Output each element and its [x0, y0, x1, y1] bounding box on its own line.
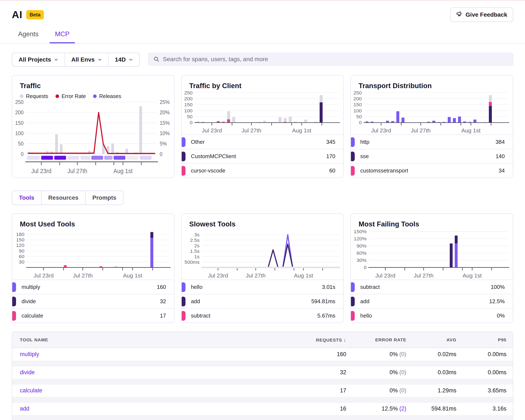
svg-text:200: 200 — [353, 96, 362, 101]
series-swatch — [181, 311, 186, 321]
legend-releases: Releases — [93, 93, 121, 99]
series-swatch — [181, 282, 186, 292]
most-failing-tools-chart: 030%60%90%120%150%Jul 23rdJul 27thAug 1s… — [351, 229, 513, 280]
series-swatch — [350, 297, 355, 306]
svg-text:200: 200 — [184, 96, 193, 101]
svg-text:2s: 2s — [194, 243, 199, 248]
p95-cell: 3.16s — [463, 402, 513, 420]
traffic-by-client-chart: 050100150200250Jul 23rdJul 27thAug 1st — [182, 91, 344, 135]
card-title: Traffic by Client — [182, 75, 344, 91]
svg-text:Jul 27th: Jul 27th — [414, 273, 434, 279]
list-item[interactable]: multiply160 — [12, 280, 174, 294]
svg-text:3s: 3s — [194, 232, 199, 237]
table-row: calculate 17 0% (0) 1.29ms 3.65ms — [12, 384, 513, 402]
list-item[interactable]: http384 — [351, 135, 513, 149]
tab-resources[interactable]: Resources — [42, 191, 86, 204]
col-tool-name[interactable]: TOOL NAME — [12, 332, 272, 348]
scope-filter-group: All Projects All Envs 14D — [12, 53, 140, 67]
tool-link-calculate[interactable]: calculate — [20, 387, 42, 394]
search-icon — [153, 56, 159, 62]
envs-filter[interactable]: All Envs — [65, 53, 108, 66]
col-requests[interactable]: REQUESTS ↓ — [272, 332, 353, 348]
svg-text:50: 50 — [356, 114, 362, 119]
search-input[interactable] — [163, 56, 508, 63]
list-item[interactable]: cursor-vscode60 — [182, 163, 344, 178]
client-legend-list: Other345 CustomMCPClient170 cursor-vscod… — [182, 135, 344, 178]
avg-cell: 0.02ms — [413, 348, 463, 366]
svg-text:Aug 1st: Aug 1st — [113, 168, 133, 174]
list-item[interactable]: Other345 — [182, 135, 344, 149]
svg-text:0: 0 — [364, 265, 366, 270]
col-avg[interactable]: AVG — [413, 332, 463, 348]
series-swatch — [350, 311, 355, 321]
list-item[interactable]: add594.81ms — [182, 294, 344, 308]
most-used-tools-card: Most Used Tools 306090120150180Jul 23rdJ… — [12, 213, 175, 323]
list-item[interactable]: sse140 — [351, 149, 513, 163]
list-item[interactable]: hello3.01s — [182, 280, 344, 294]
svg-text:0: 0 — [359, 120, 362, 125]
tool-link-multiply[interactable]: multiply — [20, 351, 39, 357]
releases-dot — [93, 94, 97, 98]
tool-link-divide[interactable]: divide — [20, 369, 35, 375]
requests-cell: 32 — [272, 366, 353, 384]
col-error-rate[interactable]: ERROR RATE — [353, 332, 413, 348]
main-nav-tabs: Agents MCP — [12, 28, 513, 43]
svg-text:150: 150 — [16, 237, 25, 242]
list-item[interactable]: subtract5.67ms — [182, 308, 344, 323]
give-feedback-button[interactable]: Give Feedback — [450, 7, 513, 22]
legend-error-rate: Error Rate — [56, 93, 86, 99]
svg-text:0: 0 — [160, 151, 162, 157]
slowest-legend-list: hello3.01s add594.81ms subtract5.67ms — [182, 280, 344, 323]
series-swatch — [12, 311, 16, 321]
search-bar — [148, 53, 513, 66]
tab-agents[interactable]: Agents — [13, 28, 44, 43]
tool-link-add[interactable]: add — [20, 405, 29, 412]
tab-mcp[interactable]: MCP — [50, 28, 75, 43]
list-item[interactable]: customssetransport34 — [351, 163, 513, 178]
svg-text:Aug 1st: Aug 1st — [123, 273, 142, 279]
svg-text:120: 120 — [16, 243, 25, 248]
most-failing-tools-card: Most Failing Tools 030%60%90%120%150%Jul… — [350, 213, 513, 323]
card-title: Traffic — [12, 75, 174, 91]
avg-cell: 1.29ms — [413, 384, 463, 402]
svg-text:Aug 1st: Aug 1st — [292, 128, 311, 134]
charts-row-2: Most Used Tools 306090120150180Jul 23rdJ… — [12, 213, 513, 323]
period-filter[interactable]: 14D — [109, 53, 139, 66]
svg-text:60%: 60% — [356, 250, 366, 256]
chevron-down-icon — [54, 58, 58, 62]
svg-text:15%: 15% — [160, 120, 170, 126]
header-divider — [0, 43, 525, 43]
svg-text:250: 250 — [353, 91, 362, 95]
list-item[interactable]: subtract100% — [351, 280, 513, 294]
svg-text:0: 0 — [190, 120, 192, 125]
table-row: add 16 12.5% (2) 594.81ms 3.16s — [12, 402, 513, 420]
tab-tools[interactable]: Tools — [12, 191, 42, 204]
requests-cell: 17 — [272, 384, 353, 402]
svg-text:250: 250 — [15, 100, 24, 105]
transport-distribution-chart: 050100150200250Jul 23rdJul 27thAug 1st — [351, 91, 513, 135]
list-item[interactable]: calculate17 — [12, 308, 174, 323]
svg-text:0: 0 — [21, 151, 23, 157]
series-swatch — [181, 152, 186, 161]
traffic-legend: Requests Error Rate Releases — [12, 91, 174, 100]
svg-text:Aug 1st: Aug 1st — [461, 128, 481, 134]
avg-cell: 0.03ms — [413, 366, 463, 384]
traffic-by-client-card: Traffic by Client 050100150200250Jul 23r… — [181, 75, 344, 178]
svg-text:30%: 30% — [356, 258, 366, 263]
svg-text:Jul 23rd: Jul 23rd — [371, 128, 391, 134]
list-item[interactable]: hello0% — [351, 308, 513, 323]
svg-text:90: 90 — [19, 248, 24, 253]
list-item[interactable]: CustomMCPClient170 — [182, 149, 344, 163]
slowest-tools-chart: 500ms1s1.5s2s2.5s3sJul 23rdJul 27thAug 1… — [182, 229, 344, 280]
col-p95[interactable]: P95 — [463, 332, 513, 348]
list-item[interactable]: add12.5% — [351, 294, 513, 308]
list-item[interactable]: divide32 — [12, 294, 174, 308]
transport-legend-list: http384 sse140 customssetransport34 — [351, 135, 513, 178]
table-header-row: TOOL NAME REQUESTS ↓ ERROR RATE AVG P95 — [12, 332, 513, 348]
svg-text:Jul 27th: Jul 27th — [73, 273, 93, 279]
avg-cell: 594.81ms — [413, 402, 463, 420]
projects-filter[interactable]: All Projects — [12, 53, 65, 66]
error-rate-cell: 12.5% (2) — [353, 402, 413, 420]
table-row: multiply 160 0% (0) 0.02ms 0.00ms — [12, 348, 513, 366]
tab-prompts[interactable]: Prompts — [86, 191, 123, 204]
